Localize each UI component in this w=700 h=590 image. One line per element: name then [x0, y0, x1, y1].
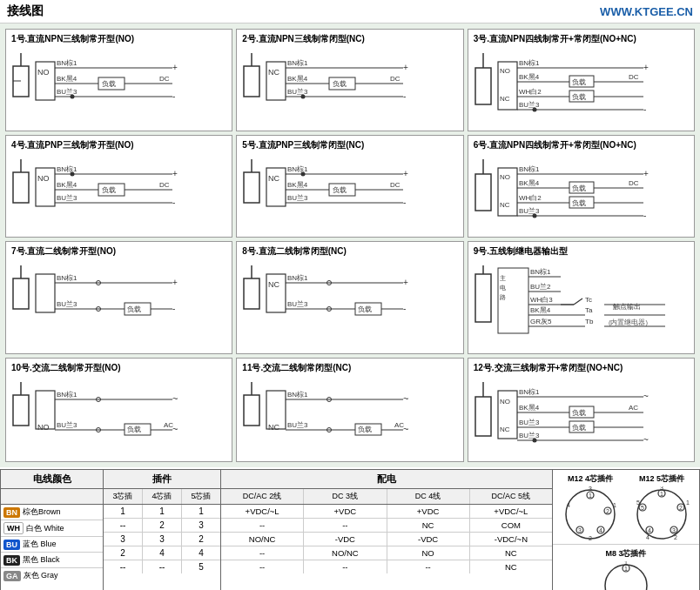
wire-row-ga: GA 灰色 Gray [1, 568, 103, 583]
plugin-row-ga: -- -- 5 [104, 560, 220, 573]
power-row-bu: NO/NC -VDC -VDC -VDC/~N [221, 533, 552, 546]
svg-text:BK黑4: BK黑4 [530, 306, 551, 314]
power-bu-dc3: -VDC [304, 533, 387, 546]
wire-row-bk: BK 黑色 Black [1, 553, 103, 568]
diagram-6: 6号.直流NPN四线制常开+常闭型(NO+NC) NO NC BN棕1 + BK… [468, 135, 695, 238]
svg-text:DC: DC [159, 75, 170, 83]
svg-text:BU兰3: BU兰3 [287, 421, 308, 429]
svg-rect-173 [13, 395, 29, 426]
svg-text:BK黑4: BK黑4 [57, 181, 77, 189]
svg-text:负载: 负载 [358, 426, 372, 433]
power-bn-dc3: +VDC [304, 505, 387, 518]
diagram-3: 3号.直流NPN四线制常开+常闭型(NO+NC) NO NC BN棕1 + BK… [468, 29, 695, 131]
svg-text:1: 1 [624, 566, 628, 572]
diagram-8-title: 8号.直流二线制常闭型(NC) [242, 245, 457, 258]
wiring-area: 1号.直流NPN三线制常开型(NO) NO BN棕1 + BK黑4 负载 [0, 23, 700, 467]
plugin-bu-5: 2 [182, 533, 220, 546]
diagram-11: 11号.交流二线制常闭型(NC) NC BN棕1 ~ BU兰3 AC 负载 ~ [236, 358, 463, 462]
power-bk-dc4: NO [387, 546, 470, 560]
bk-label: 黑色 Black [23, 554, 60, 566]
svg-text:NO: NO [500, 398, 510, 406]
power-sub-dcac5: DC/AC 5线 [470, 489, 552, 504]
svg-text:3: 3 [589, 486, 592, 492]
diagram-3-title: 3号.直流NPN四线制常开+常闭型(NO+NC) [474, 33, 689, 45]
svg-text:DC: DC [629, 73, 639, 81]
svg-text:负载: 负载 [358, 305, 372, 313]
svg-text:AC: AC [629, 404, 638, 412]
plugin-bn-3: 1 [104, 505, 143, 518]
diagram-9: 9号.五线制继电器输出型 主 电 路 BN棕1 BU兰2 [468, 241, 695, 354]
plugin-bu-4: 3 [143, 533, 182, 546]
svg-text:WH白2: WH白2 [519, 88, 542, 96]
svg-text:-: - [172, 304, 175, 313]
page-title: 接线图 [7, 3, 44, 19]
svg-text:1: 1 [589, 493, 592, 499]
svg-rect-147 [475, 274, 491, 322]
svg-text:DC: DC [390, 181, 400, 189]
svg-rect-131 [244, 278, 259, 309]
plugin-ga-5: 5 [182, 560, 220, 573]
svg-text:负载: 负载 [572, 184, 586, 192]
svg-text:3: 3 [578, 527, 582, 533]
svg-text:+: + [172, 169, 178, 178]
wh-tag: WH [3, 522, 24, 534]
svg-text:-: - [403, 198, 406, 207]
diagram-10-title: 10号.交流二线制常开型(NO) [11, 362, 226, 374]
power-row-wh: -- -- NC COM [221, 519, 552, 533]
svg-text:BN棕1: BN棕1 [57, 59, 77, 67]
svg-text:Tc: Tc [585, 296, 592, 304]
svg-text:BK黑4: BK黑4 [287, 181, 308, 189]
bu-label: 蓝色 Blue [23, 539, 57, 550]
wire-color-column: 电线颜色 BN 棕色Brown WH 白色 White BU 蓝色 Blue B… [1, 470, 104, 590]
svg-text:负载: 负载 [572, 93, 586, 101]
power-bk-dcac5: NC [470, 546, 552, 560]
power-bk-dc3: NO/NC [304, 546, 387, 560]
svg-text:路: 路 [500, 294, 506, 300]
svg-text:GR灰5: GR灰5 [530, 318, 552, 325]
diagram-9-svg: 主 电 路 BN棕1 BU兰2 WH白3 Tc BK黑4 Ta [474, 261, 678, 348]
power-wh-dcac5: COM [470, 519, 552, 532]
m12-4pin-section: M12 4芯插件 1 2 4 3 3 1 4 [556, 473, 624, 542]
svg-text:-: - [643, 211, 646, 220]
svg-text:BN棕1: BN棕1 [519, 165, 540, 173]
svg-text:BN棕1: BN棕1 [287, 391, 308, 399]
wire-row-bn: BN 棕色Brown [1, 505, 103, 520]
power-bu-dc2: NO/NC [221, 533, 304, 546]
svg-text:3: 3 [672, 527, 676, 533]
svg-text:Ta: Ta [585, 306, 593, 314]
diagram-1: 1号.直流NPN三线制常开型(NO) NO BN棕1 + BK黑4 负载 [5, 29, 232, 131]
svg-text:NC: NC [268, 68, 279, 77]
svg-rect-93 [475, 174, 491, 211]
svg-text:DC: DC [390, 75, 400, 83]
power-row-ga: -- -- -- NC [221, 560, 552, 573]
ga-label: 灰色 Gray [24, 570, 58, 581]
svg-text:~: ~ [643, 392, 649, 401]
svg-text:BU兰3: BU兰3 [519, 101, 540, 109]
svg-text:1: 1 [686, 499, 690, 506]
plugin-sub-4: 4芯插 [143, 489, 182, 504]
svg-text:+: + [643, 169, 649, 178]
diagram-2: 2号.直流NPN三线制常闭型(NC) NC BN棕1 + BK黑4 负载 DC … [236, 29, 463, 131]
svg-text:4: 4 [646, 534, 650, 540]
svg-text:4: 4 [648, 527, 651, 533]
svg-text:+: + [172, 63, 178, 72]
svg-point-227 [532, 439, 536, 443]
svg-text:NO: NO [500, 173, 510, 181]
plugin-row-wh: -- 2 3 [104, 519, 220, 533]
diagram-7-svg: BN棕1 + BU兰3 负载 - [11, 261, 203, 326]
bn-label: 棕色Brown [23, 506, 61, 518]
power-wh-dc4: NC [387, 519, 470, 532]
svg-text:BU兰3: BU兰3 [519, 207, 540, 215]
svg-rect-118 [36, 274, 55, 312]
power-bn-dc2: +VDC/~L [221, 505, 304, 518]
power-ga-dc3: -- [304, 560, 387, 573]
plugin-bn-4: 1 [143, 505, 182, 518]
diagram-11-title: 11号.交流二线制常闭型(NC) [242, 362, 457, 374]
svg-text:~: ~ [643, 435, 649, 445]
svg-rect-189 [244, 395, 259, 426]
svg-rect-36 [475, 68, 491, 104]
svg-text:NC: NC [500, 426, 510, 433]
svg-rect-76 [244, 172, 259, 203]
svg-text:BN棕1: BN棕1 [57, 391, 77, 399]
svg-text:~: ~ [403, 424, 408, 434]
